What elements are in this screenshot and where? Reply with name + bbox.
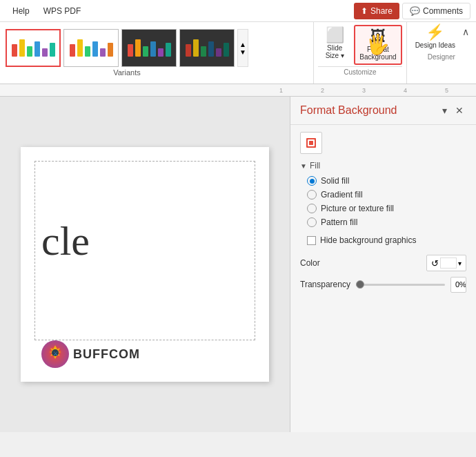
- transparency-label: Transparency: [300, 280, 350, 289]
- ribbon-buttons: ⬜ SlideSize ▾ 🖼 FormatBackground 🖐: [318, 25, 401, 65]
- panel-body: ▼ Fill Solid fill Gradient fill Picture …: [290, 125, 476, 432]
- slide-thumb-2[interactable]: [63, 29, 119, 67]
- ruler-mark-3: 3: [362, 87, 404, 94]
- slide-size-button[interactable]: ⬜ SlideSize ▾: [318, 25, 351, 62]
- color-dropdown-icon: ▾: [458, 260, 462, 267]
- logo-icon: ⚔: [41, 340, 69, 368]
- ruler-mark-2: 2: [321, 87, 362, 94]
- hide-graphics-label: Hide background graphics: [320, 235, 416, 245]
- scroll-arrow[interactable]: ▲ ▼: [237, 29, 248, 67]
- design-ideas-icon: ⚡: [426, 25, 444, 40]
- format-background-icon: 🖼: [370, 29, 386, 44]
- svg-text:⚔: ⚔: [53, 351, 58, 357]
- panel-title: Format Background: [300, 104, 439, 117]
- refresh-icon: ↺: [431, 258, 439, 269]
- transparency-value-control: 0% ▲ ▼: [450, 277, 466, 293]
- format-background-button[interactable]: 🖼 FormatBackground 🖐: [354, 25, 401, 65]
- fill-options-group: Solid fill Gradient fill Picture or text…: [307, 176, 466, 227]
- comments-button[interactable]: 💬 Comments: [402, 3, 470, 19]
- gradient-fill-radio[interactable]: [307, 190, 317, 200]
- slide-size-icon: ⬜: [326, 28, 344, 43]
- designer-label: Designer: [428, 53, 455, 61]
- logo-svg: ⚔: [45, 344, 66, 364]
- designer-items: ⚡ Design Ideas: [411, 22, 459, 52]
- slide-size-label: SlideSize ▾: [326, 44, 344, 59]
- panel-dropdown-button[interactable]: ▾: [439, 104, 450, 117]
- fill-icon: [306, 137, 317, 148]
- design-ideas-label: Design Ideas: [415, 41, 455, 49]
- ribbon-thumbnails-area: ▲ ▼ Variants: [0, 22, 313, 84]
- menu-wps-pdf[interactable]: WPS PDF: [37, 3, 88, 19]
- transparency-row: Transparency 0% ▲ ▼: [300, 277, 466, 293]
- ribbon-customize-group: ⬜ SlideSize ▾ 🖼 FormatBackground 🖐 Custo…: [313, 22, 406, 84]
- panel-header-actions: ▾ ✕: [439, 104, 466, 117]
- color-swatch: [440, 257, 457, 269]
- transparency-value-text: 0%: [451, 279, 466, 290]
- ribbon: ▲ ▼ Variants ⬜ SlideSize ▾ 🖼 FormatBackg…: [0, 22, 476, 84]
- comments-icon: 💬: [410, 6, 420, 16]
- hide-graphics-checkbox[interactable]: [307, 236, 316, 245]
- fill-label: Fill: [310, 161, 320, 171]
- picture-fill-option[interactable]: Picture or texture fill: [307, 204, 466, 213]
- gradient-fill-option[interactable]: Gradient fill: [307, 190, 466, 200]
- collapse-button[interactable]: ∧: [459, 25, 472, 39]
- variants-label: Variants: [113, 68, 141, 77]
- ruler-mark-1: 1: [279, 87, 321, 94]
- svg-rect-6: [309, 141, 313, 145]
- pattern-fill-radio[interactable]: [307, 217, 317, 227]
- solid-fill-radio[interactable]: [307, 176, 317, 186]
- slide-thumbnails: ▲ ▼: [6, 29, 248, 67]
- comments-label: Comments: [423, 6, 463, 16]
- solid-fill-option[interactable]: Solid fill: [307, 176, 466, 186]
- picture-fill-radio[interactable]: [307, 204, 317, 213]
- format-background-panel: Format Background ▾ ✕ ▼ Fill: [290, 97, 476, 432]
- ruler-mark-4: 4: [404, 87, 445, 94]
- ruler-mark-5: 5: [445, 87, 476, 94]
- share-button[interactable]: ⬆ Share: [354, 3, 399, 19]
- color-label: Color: [300, 258, 426, 268]
- gradient-fill-label: Gradient fill: [321, 190, 363, 200]
- share-icon: ⬆: [361, 6, 368, 16]
- panel-close-button[interactable]: ✕: [453, 104, 466, 117]
- slide-thumb-3[interactable]: [121, 29, 177, 67]
- ruler-marks: 1 2 3 4 5 6: [279, 87, 476, 94]
- color-picker-button[interactable]: ↺ ▾: [426, 255, 466, 271]
- transparency-slider[interactable]: [356, 284, 445, 286]
- customize-label: Customize: [318, 66, 401, 76]
- share-label: Share: [370, 6, 393, 16]
- color-row: Color ↺ ▾: [300, 255, 466, 271]
- ribbon-designer-group: ⚡ Design Ideas ∧ Designer: [406, 22, 476, 84]
- pattern-fill-option[interactable]: Pattern fill: [307, 217, 466, 227]
- slide-canvas: cle ⚔ BUFFCOM: [21, 147, 269, 382]
- top-right-buttons: ⬆ Share 💬 Comments: [354, 3, 470, 19]
- fill-section-header: ▼ Fill: [300, 161, 466, 171]
- slide-text: cle: [41, 217, 90, 265]
- panel-icon-button[interactable]: [300, 132, 322, 154]
- slide-logo: ⚔ BUFFCOM: [41, 340, 140, 368]
- logo-text: BUFFCOM: [73, 347, 140, 362]
- hide-graphics-option[interactable]: Hide background graphics: [307, 235, 466, 245]
- menu-bar: Help WPS PDF ⬆ Share 💬 Comments: [0, 0, 476, 22]
- solid-fill-label: Solid fill: [321, 176, 349, 186]
- format-background-label: FormatBackground: [359, 46, 396, 61]
- slide-panel[interactable]: cle ⚔ BUFFCOM: [0, 97, 290, 432]
- slide-thumb-1[interactable]: [6, 29, 61, 67]
- menu-help[interactable]: Help: [6, 3, 37, 19]
- fill-arrow-icon: ▼: [300, 162, 307, 170]
- panel-header: Format Background ▾ ✕: [290, 97, 476, 125]
- ruler: 1 2 3 4 5 6: [0, 84, 476, 97]
- main-area: cle ⚔ BUFFCOM Format Background: [0, 97, 476, 432]
- design-ideas-button[interactable]: ⚡ Design Ideas: [411, 22, 459, 52]
- pattern-fill-label: Pattern fill: [321, 217, 357, 227]
- slide-thumb-4[interactable]: [179, 29, 235, 67]
- picture-fill-label: Picture or texture fill: [321, 204, 394, 213]
